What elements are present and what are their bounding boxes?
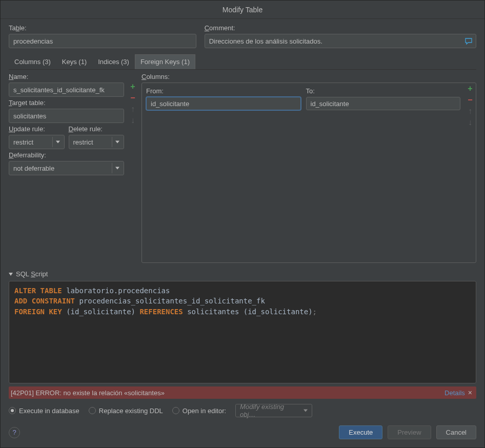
radio-open-editor[interactable]: Open in editor: bbox=[172, 407, 226, 415]
radio-execute-label: Execute in database bbox=[19, 407, 79, 415]
fk-panel: Name: Target table: Update rule: restric… bbox=[9, 73, 476, 263]
fk-update-label: Update rule: bbox=[9, 125, 65, 133]
table-label: Table: bbox=[9, 24, 196, 32]
fk-update-value: restrict bbox=[13, 138, 33, 146]
fk-name-input[interactable] bbox=[9, 83, 124, 97]
editor-select-dropdown[interactable]: Modify existing obj… bbox=[235, 404, 312, 417]
sql-id: procedencias_solicitantes_id_solicitante… bbox=[75, 297, 265, 305]
speech-bubble-icon[interactable] bbox=[463, 35, 474, 47]
radio-replace-ddl[interactable]: Replace existing DDL bbox=[89, 407, 163, 415]
help-icon[interactable]: ? bbox=[9, 427, 20, 438]
editor-select-value: Modify existing obj… bbox=[240, 403, 299, 418]
sql-punct: ; bbox=[313, 308, 317, 316]
from-label: From: bbox=[146, 87, 301, 95]
modify-table-dialog: Modify Table Table: Comment: Columns (3)… bbox=[0, 0, 485, 448]
sql-id: laboratorio.procedencias bbox=[62, 287, 170, 295]
fk-defer-value: not deferrable bbox=[13, 165, 54, 172]
fk-delete-label: Delete rule: bbox=[69, 125, 125, 133]
fk-columns-panel: Columns: From: To: bbox=[142, 73, 476, 263]
tab-indices[interactable]: Indices (3) bbox=[92, 54, 135, 69]
top-row: Table: Comment: bbox=[9, 24, 476, 48]
sql-id: (id_solicitante) bbox=[62, 308, 140, 316]
fk-list-toolbar: + − ↑ ↓ bbox=[127, 73, 138, 263]
fk-defer-dropdown[interactable]: not deferrable bbox=[9, 161, 124, 175]
tabs: Columns (3) Keys (1) Indices (3) Foreign… bbox=[9, 54, 476, 70]
sql-kw: ALTER TABLE bbox=[14, 287, 62, 295]
fk-delete-value: restrict bbox=[73, 138, 93, 146]
fk-col-toolbar: + − ↑ ↓ bbox=[464, 83, 476, 262]
table-input[interactable] bbox=[9, 34, 196, 48]
bottom-bar: ? Execute Preview Cancel bbox=[9, 420, 476, 441]
comment-field: Comment: bbox=[205, 24, 476, 48]
preview-button[interactable]: Preview bbox=[388, 425, 431, 439]
comment-label: Comment: bbox=[205, 24, 476, 32]
remove-col-icon[interactable]: − bbox=[466, 95, 475, 105]
fk-defer-label: Deferrability: bbox=[9, 151, 124, 159]
remove-fk-icon[interactable]: − bbox=[128, 93, 137, 103]
sql-kw: FOREIGN KEY bbox=[14, 308, 62, 316]
move-up-icon[interactable]: ↑ bbox=[128, 105, 137, 114]
cancel-button[interactable]: Cancel bbox=[436, 425, 476, 439]
radio-open-label: Open in editor: bbox=[183, 407, 226, 415]
sql-kw: ADD CONSTRAINT bbox=[14, 297, 75, 305]
execute-button[interactable]: Execute bbox=[339, 425, 382, 439]
radio-execute-db[interactable]: Execute in database bbox=[9, 407, 79, 415]
col-down-icon[interactable]: ↓ bbox=[466, 118, 475, 127]
fk-left-panel: Name: Target table: Update rule: restric… bbox=[9, 73, 124, 263]
window-title: Modify Table bbox=[223, 6, 262, 14]
radio-replace-label: Replace existing DDL bbox=[99, 407, 163, 415]
details-link[interactable]: Details bbox=[444, 389, 465, 397]
fk-delete-dropdown[interactable]: restrict bbox=[69, 135, 125, 149]
from-column-input[interactable] bbox=[146, 97, 301, 110]
close-icon[interactable]: × bbox=[468, 389, 472, 397]
content: Table: Comment: Columns (3) Keys (1) Ind… bbox=[1, 19, 484, 447]
sql-id: solicitantes (id_solicitante) bbox=[183, 308, 313, 316]
sql-header-label: SQL Script bbox=[16, 270, 48, 278]
fk-name-label: Name: bbox=[9, 73, 124, 80]
table-field: Table: bbox=[9, 24, 196, 48]
chevron-down-icon bbox=[9, 273, 13, 276]
add-fk-icon[interactable]: + bbox=[128, 82, 137, 91]
move-down-icon[interactable]: ↓ bbox=[128, 116, 137, 125]
to-column-input[interactable] bbox=[306, 97, 461, 110]
fk-columns-label: Columns: bbox=[142, 73, 170, 80]
tab-keys[interactable]: Keys (1) bbox=[56, 54, 92, 69]
add-col-icon[interactable]: + bbox=[466, 84, 475, 93]
to-label: To: bbox=[306, 87, 461, 95]
tab-foreign-keys[interactable]: Foreign Keys (1) bbox=[135, 54, 195, 69]
sql-section-header[interactable]: SQL Script bbox=[9, 270, 476, 278]
sql-editor[interactable]: ALTER TABLE laboratorio.procedencias ADD… bbox=[9, 281, 476, 383]
error-text: [42P01] ERROR: no existe la relación «so… bbox=[11, 389, 444, 397]
fk-update-dropdown[interactable]: restrict bbox=[9, 135, 65, 149]
fk-target-input[interactable] bbox=[9, 109, 124, 123]
col-up-icon[interactable]: ↑ bbox=[466, 107, 475, 116]
comment-input[interactable] bbox=[205, 34, 476, 48]
fk-target-label: Target table: bbox=[9, 99, 124, 107]
titlebar: Modify Table bbox=[1, 1, 484, 19]
error-bar: [42P01] ERROR: no existe la relación «so… bbox=[9, 386, 476, 399]
tab-columns[interactable]: Columns (3) bbox=[9, 54, 56, 69]
action-radios: Execute in database Replace existing DDL… bbox=[9, 402, 476, 417]
sql-kw: REFERENCES bbox=[139, 308, 183, 316]
